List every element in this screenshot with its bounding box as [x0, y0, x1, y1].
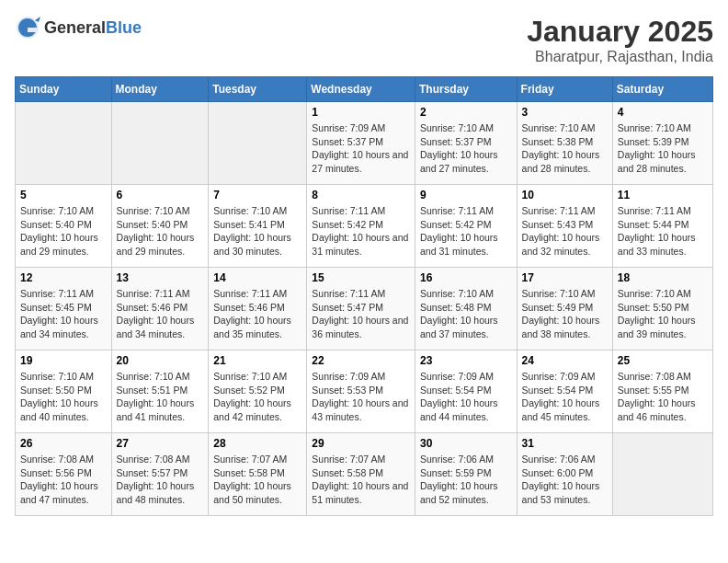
- logo-general: General: [44, 18, 106, 37]
- day-number: 25: [618, 354, 708, 367]
- day-number: 28: [213, 437, 301, 450]
- week-row-1: 1Sunrise: 7:09 AM Sunset: 5:37 PM Daylig…: [16, 102, 713, 185]
- day-cell: 23Sunrise: 7:09 AM Sunset: 5:54 PM Dayli…: [415, 350, 517, 433]
- day-cell: 3Sunrise: 7:10 AM Sunset: 5:38 PM Daylig…: [517, 102, 612, 185]
- day-number: 16: [420, 271, 512, 284]
- day-number: 14: [213, 271, 301, 284]
- day-cell: 14Sunrise: 7:11 AM Sunset: 5:46 PM Dayli…: [209, 268, 307, 350]
- day-info: Sunrise: 7:10 AM Sunset: 5:39 PM Dayligh…: [618, 121, 708, 176]
- day-number: 6: [117, 189, 204, 201]
- day-cell: 17Sunrise: 7:10 AM Sunset: 5:49 PM Dayli…: [517, 268, 612, 350]
- day-cell: 30Sunrise: 7:06 AM Sunset: 5:59 PM Dayli…: [415, 433, 517, 516]
- day-cell: 22Sunrise: 7:09 AM Sunset: 5:53 PM Dayli…: [307, 350, 415, 433]
- day-info: Sunrise: 7:11 AM Sunset: 5:46 PM Dayligh…: [117, 287, 204, 341]
- logo-icon: [15, 15, 40, 40]
- day-cell: 8Sunrise: 7:11 AM Sunset: 5:42 PM Daylig…: [307, 185, 415, 268]
- day-info: Sunrise: 7:09 AM Sunset: 5:54 PM Dayligh…: [522, 370, 608, 424]
- day-number: 24: [522, 354, 608, 367]
- calendar-title: January 2025: [527, 15, 713, 49]
- day-info: Sunrise: 7:09 AM Sunset: 5:53 PM Dayligh…: [312, 370, 410, 424]
- day-cell: 27Sunrise: 7:08 AM Sunset: 5:57 PM Dayli…: [111, 433, 209, 516]
- day-cell: 29Sunrise: 7:07 AM Sunset: 5:58 PM Dayli…: [307, 433, 415, 516]
- day-cell: 11Sunrise: 7:11 AM Sunset: 5:44 PM Dayli…: [612, 185, 712, 268]
- day-cell: 12Sunrise: 7:11 AM Sunset: 5:45 PM Dayli…: [16, 268, 112, 350]
- day-header-tuesday: Tuesday: [209, 77, 307, 102]
- day-number: 13: [117, 271, 204, 284]
- day-cell: [16, 102, 112, 185]
- day-cell: 20Sunrise: 7:10 AM Sunset: 5:51 PM Dayli…: [111, 350, 209, 433]
- day-info: Sunrise: 7:10 AM Sunset: 5:49 PM Dayligh…: [522, 287, 608, 341]
- calendar-header: GeneralBlue January 2025 Bharatpur, Raja…: [15, 15, 713, 65]
- day-header-monday: Monday: [111, 77, 209, 102]
- day-cell: 24Sunrise: 7:09 AM Sunset: 5:54 PM Dayli…: [517, 350, 612, 433]
- day-cell: 16Sunrise: 7:10 AM Sunset: 5:48 PM Dayli…: [415, 268, 517, 350]
- day-number: 20: [117, 354, 204, 367]
- day-info: Sunrise: 7:11 AM Sunset: 5:45 PM Dayligh…: [20, 287, 107, 341]
- day-header-wednesday: Wednesday: [307, 77, 415, 102]
- day-cell: 31Sunrise: 7:06 AM Sunset: 6:00 PM Dayli…: [517, 433, 612, 516]
- day-info: Sunrise: 7:10 AM Sunset: 5:41 PM Dayligh…: [213, 204, 301, 259]
- week-row-5: 26Sunrise: 7:08 AM Sunset: 5:56 PM Dayli…: [16, 433, 713, 516]
- day-number: 29: [312, 437, 410, 450]
- calendar-container: GeneralBlue January 2025 Bharatpur, Raja…: [0, 0, 728, 531]
- day-info: Sunrise: 7:10 AM Sunset: 5:50 PM Dayligh…: [618, 287, 708, 341]
- day-cell: 6Sunrise: 7:10 AM Sunset: 5:40 PM Daylig…: [111, 185, 209, 268]
- day-cell: 4Sunrise: 7:10 AM Sunset: 5:39 PM Daylig…: [612, 102, 712, 185]
- day-number: 3: [522, 106, 608, 119]
- day-info: Sunrise: 7:11 AM Sunset: 5:44 PM Dayligh…: [618, 204, 708, 259]
- day-header-friday: Friday: [517, 77, 612, 102]
- day-info: Sunrise: 7:08 AM Sunset: 5:55 PM Dayligh…: [618, 370, 708, 424]
- day-header-thursday: Thursday: [415, 77, 517, 102]
- day-number: 23: [420, 354, 512, 367]
- day-number: 5: [20, 189, 107, 201]
- logo: GeneralBlue: [15, 15, 142, 40]
- day-number: 10: [522, 189, 608, 201]
- day-cell: [111, 102, 209, 185]
- day-info: Sunrise: 7:10 AM Sunset: 5:40 PM Dayligh…: [117, 204, 204, 259]
- day-number: 7: [213, 189, 301, 201]
- week-row-4: 19Sunrise: 7:10 AM Sunset: 5:50 PM Dayli…: [16, 350, 713, 433]
- day-info: Sunrise: 7:11 AM Sunset: 5:46 PM Dayligh…: [213, 287, 301, 341]
- day-cell: 25Sunrise: 7:08 AM Sunset: 5:55 PM Dayli…: [612, 350, 712, 433]
- day-cell: 9Sunrise: 7:11 AM Sunset: 5:42 PM Daylig…: [415, 185, 517, 268]
- day-info: Sunrise: 7:10 AM Sunset: 5:51 PM Dayligh…: [117, 370, 204, 424]
- header-row: SundayMondayTuesdayWednesdayThursdayFrid…: [16, 77, 713, 102]
- day-cell: 2Sunrise: 7:10 AM Sunset: 5:37 PM Daylig…: [415, 102, 517, 185]
- logo-blue: Blue: [106, 18, 142, 37]
- day-cell: 19Sunrise: 7:10 AM Sunset: 5:50 PM Dayli…: [16, 350, 112, 433]
- day-number: 2: [420, 106, 512, 119]
- day-info: Sunrise: 7:10 AM Sunset: 5:48 PM Dayligh…: [420, 287, 512, 341]
- logo-text: GeneralBlue: [44, 18, 142, 38]
- day-info: Sunrise: 7:08 AM Sunset: 5:57 PM Dayligh…: [117, 453, 204, 507]
- day-info: Sunrise: 7:11 AM Sunset: 5:42 PM Dayligh…: [312, 204, 410, 259]
- day-header-saturday: Saturday: [612, 77, 712, 102]
- calendar-table: SundayMondayTuesdayWednesdayThursdayFrid…: [15, 76, 713, 516]
- day-number: 12: [20, 271, 107, 284]
- day-number: 21: [213, 354, 301, 367]
- day-info: Sunrise: 7:10 AM Sunset: 5:38 PM Dayligh…: [522, 121, 608, 176]
- day-number: 18: [618, 271, 708, 284]
- day-info: Sunrise: 7:10 AM Sunset: 5:37 PM Dayligh…: [420, 121, 512, 176]
- day-info: Sunrise: 7:11 AM Sunset: 5:47 PM Dayligh…: [312, 287, 410, 341]
- day-info: Sunrise: 7:06 AM Sunset: 6:00 PM Dayligh…: [522, 453, 608, 507]
- day-number: 30: [420, 437, 512, 450]
- day-number: 11: [618, 189, 708, 201]
- day-number: 17: [522, 271, 608, 284]
- day-info: Sunrise: 7:08 AM Sunset: 5:56 PM Dayligh…: [20, 453, 107, 507]
- day-number: 31: [522, 437, 608, 450]
- day-info: Sunrise: 7:10 AM Sunset: 5:52 PM Dayligh…: [213, 370, 301, 424]
- day-cell: 21Sunrise: 7:10 AM Sunset: 5:52 PM Dayli…: [209, 350, 307, 433]
- day-info: Sunrise: 7:10 AM Sunset: 5:40 PM Dayligh…: [20, 204, 107, 259]
- day-number: 27: [117, 437, 204, 450]
- day-cell: 5Sunrise: 7:10 AM Sunset: 5:40 PM Daylig…: [16, 185, 112, 268]
- week-row-2: 5Sunrise: 7:10 AM Sunset: 5:40 PM Daylig…: [16, 185, 713, 268]
- day-cell: 10Sunrise: 7:11 AM Sunset: 5:43 PM Dayli…: [517, 185, 612, 268]
- day-number: 22: [312, 354, 410, 367]
- title-block: January 2025 Bharatpur, Rajasthan, India: [527, 15, 713, 65]
- day-number: 4: [618, 106, 708, 119]
- day-info: Sunrise: 7:09 AM Sunset: 5:54 PM Dayligh…: [420, 370, 512, 424]
- day-cell: 18Sunrise: 7:10 AM Sunset: 5:50 PM Dayli…: [612, 268, 712, 350]
- day-info: Sunrise: 7:10 AM Sunset: 5:50 PM Dayligh…: [20, 370, 107, 424]
- day-info: Sunrise: 7:07 AM Sunset: 5:58 PM Dayligh…: [312, 453, 410, 507]
- day-number: 15: [312, 271, 410, 284]
